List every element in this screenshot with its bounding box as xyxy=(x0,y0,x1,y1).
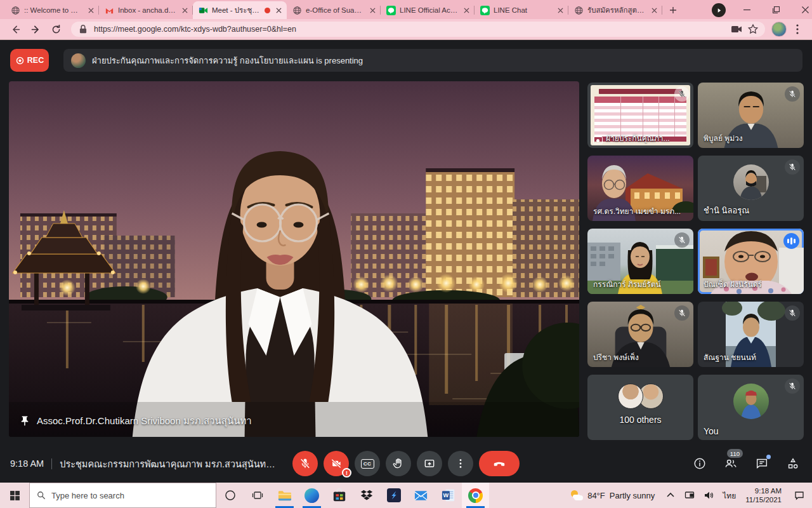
tray-volume-icon[interactable] xyxy=(699,483,718,508)
participants-icon[interactable]: 110 xyxy=(723,456,738,471)
pin-icon xyxy=(19,415,30,427)
word-button[interactable]: W xyxy=(435,483,462,508)
tab-admission[interactable]: รับสมัครหลักสูตรประ... xyxy=(568,1,662,19)
mic-off-icon xyxy=(674,86,690,102)
tile-participant[interactable]: พิบูลย์ พูม่วง xyxy=(698,83,804,148)
s-app-button[interactable] xyxy=(380,483,407,508)
dropbox-icon xyxy=(360,488,374,502)
tab-camera-icon[interactable] xyxy=(731,23,742,35)
close-tab-icon[interactable] xyxy=(462,6,471,15)
mic-off-button[interactable] xyxy=(292,451,318,476)
tab-title: รับสมัครหลักสูตรประ... xyxy=(587,4,646,16)
close-tab-icon[interactable] xyxy=(650,6,658,15)
activities-icon[interactable] xyxy=(785,456,801,471)
close-icon[interactable] xyxy=(790,0,812,19)
media-controls-button[interactable] xyxy=(712,3,726,17)
globe-icon xyxy=(574,6,584,15)
globe-icon xyxy=(292,6,302,15)
tile-participant[interactable]: ปรีชา พงษ์เพ็ง xyxy=(587,302,693,367)
tile-you[interactable]: You xyxy=(698,375,804,440)
url-bar[interactable]: https://meet.google.com/ktc-xdys-wdb?aut… xyxy=(71,22,765,37)
close-tab-icon[interactable] xyxy=(86,6,95,15)
taskbar-weather[interactable]: 84°F Partly sunny xyxy=(564,490,661,500)
cortana-button[interactable] xyxy=(216,483,244,508)
tab-line-chat[interactable]: LINE Chat xyxy=(475,1,568,19)
close-tab-icon[interactable] xyxy=(556,6,565,15)
profile-avatar[interactable] xyxy=(771,22,787,37)
tile-participant[interactable]: สัณฐาน ชยนนท์ xyxy=(698,302,804,367)
store-button[interactable] xyxy=(325,483,353,508)
you-avatar xyxy=(733,384,769,419)
back-icon[interactable] xyxy=(6,20,24,38)
dropbox-button[interactable] xyxy=(353,483,380,508)
tile-presentation[interactable]: ฝ่ายประกันคุณภา... xyxy=(587,83,693,148)
others-avatars xyxy=(618,384,664,409)
tab-title: LINE Chat xyxy=(494,6,552,14)
minimize-icon[interactable] xyxy=(732,0,761,19)
meeting-details-icon[interactable] xyxy=(692,456,707,471)
chat-icon[interactable] xyxy=(754,456,769,471)
tile-participant[interactable]: กรรณิการ์ ภิรมย์รัตน์ xyxy=(587,229,693,294)
task-view-icon xyxy=(252,490,263,501)
forward-icon[interactable] xyxy=(27,20,44,38)
tray-display-icon[interactable] xyxy=(680,483,699,508)
mic-off-icon xyxy=(785,378,800,394)
new-tab-button[interactable] xyxy=(665,2,681,18)
tab-eoffice[interactable]: e-Office of Suan Su xyxy=(287,1,381,19)
tile-name: สัณฐาน ชยนนท์ xyxy=(704,351,756,363)
captions-button[interactable]: CC xyxy=(355,451,380,476)
tab-line-official[interactable]: LINE Official Accou xyxy=(381,1,475,19)
tile-participant[interactable]: รศ.ดร.วิทยา เมฆขำ มรภ... xyxy=(587,156,693,221)
taskbar-search[interactable] xyxy=(29,483,216,508)
lock-icon xyxy=(77,23,89,35)
browser-menu-icon[interactable] xyxy=(789,21,806,37)
maximize-icon[interactable] xyxy=(761,0,790,19)
action-center-icon[interactable] xyxy=(787,483,812,508)
close-tab-icon[interactable] xyxy=(368,6,377,15)
taskbar-clock[interactable]: 9:18 AM 11/15/2021 xyxy=(740,486,787,505)
participant-grid: ฝ่ายประกันคุณภา... พิบูลย์ พูม่วง xyxy=(587,83,804,440)
search-input[interactable] xyxy=(51,491,209,500)
tab-title: LINE Official Accou xyxy=(400,6,458,14)
tab-gmail-inbox[interactable]: Inbox - ancha.da@... xyxy=(99,1,193,19)
file-explorer-button[interactable] xyxy=(271,483,298,508)
mic-off-icon xyxy=(785,305,800,321)
present-screen-button[interactable] xyxy=(417,451,442,476)
more-options-button[interactable] xyxy=(448,451,473,476)
tray-chevron-icon[interactable] xyxy=(661,483,680,508)
tab-welcome-ssru[interactable]: :: Welcome to SSRU xyxy=(5,1,99,19)
speaking-indicator-icon xyxy=(783,233,799,249)
bookmark-star-icon[interactable] xyxy=(747,23,759,35)
tile-name: กรรณิการ์ ภิรมย์รัตน์ xyxy=(593,278,661,290)
windows-taskbar: W 84°F Partly sunny ไทย 9:1 xyxy=(0,483,812,508)
tile-active-speaker[interactable]: ปัณเซ็ด ฝังนิรันดร์ xyxy=(698,229,804,294)
close-tab-icon[interactable] xyxy=(274,6,283,15)
tile-participant[interactable]: ชำนิ นิลอรุณ xyxy=(698,156,804,221)
url-text: https://meet.google.com/ktc-xdys-wdb?aut… xyxy=(94,25,726,34)
mail-button[interactable] xyxy=(407,483,435,508)
divider xyxy=(51,458,52,469)
main-speaker-label: Assoc.Prof.Dr.Chutikarn Sriviboon มรภ.สว… xyxy=(19,413,252,429)
close-tab-icon[interactable] xyxy=(180,6,189,15)
tab-meet-active[interactable]: Meet - ประชุมค... xyxy=(193,1,287,19)
camera-alert-badge: ! xyxy=(342,468,351,478)
chrome-button[interactable] xyxy=(462,483,489,508)
language-indicator[interactable]: ไทย xyxy=(718,483,740,508)
end-call-button[interactable] xyxy=(479,451,520,476)
raise-hand-button[interactable] xyxy=(386,451,411,476)
mic-off-icon xyxy=(674,305,690,321)
mail-icon xyxy=(414,488,428,503)
start-button[interactable] xyxy=(0,483,29,508)
edge-button[interactable] xyxy=(298,483,325,508)
tile-others[interactable]: 100 others xyxy=(587,375,693,440)
tab-title: Meet - ประชุมค... xyxy=(212,4,261,16)
reload-icon[interactable] xyxy=(47,20,65,38)
tile-name: ฝ่ายประกันคุณภา... xyxy=(593,132,670,145)
camera-off-button[interactable]: ! xyxy=(324,451,349,476)
screen: :: Welcome to SSRU Inbox - ancha.da@... … xyxy=(0,0,812,508)
main-video-tile[interactable]: Assoc.Prof.Dr.Chutikarn Sriviboon มรภ.สว… xyxy=(9,81,579,437)
rec-dot-icon xyxy=(15,56,25,65)
tab-recording-dot xyxy=(265,8,270,13)
weather-condition: Partly sunny xyxy=(610,491,655,500)
task-view-button[interactable] xyxy=(244,483,271,508)
